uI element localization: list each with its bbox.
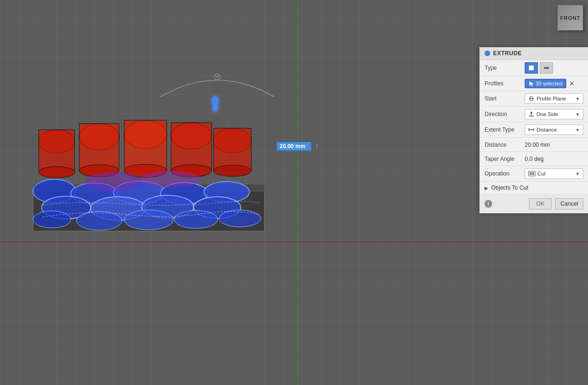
- profiles-clear-button[interactable]: ✕: [568, 80, 576, 87]
- type-control: [525, 62, 583, 74]
- taper-angle-control: 0.0 deg: [525, 156, 583, 162]
- svg-marker-40: [530, 111, 533, 113]
- 3d-object-svg: [28, 80, 274, 241]
- taper-angle-label: Taper Angle: [485, 156, 525, 162]
- svg-point-16: [213, 165, 251, 176]
- svg-rect-3: [39, 130, 75, 172]
- svg-point-29: [174, 210, 218, 228]
- distance-label-container[interactable]: 20.00 mm ⋮: [276, 142, 320, 151]
- svg-point-32: [139, 171, 201, 188]
- distance-menu-dots[interactable]: ⋮: [314, 142, 320, 150]
- direction-label: Direction: [485, 111, 525, 117]
- start-row: Start Profile Plane ▼: [480, 91, 588, 107]
- solid-icon: [528, 65, 535, 71]
- svg-rect-35: [529, 66, 534, 70]
- profile-plane-icon: [528, 95, 535, 102]
- type-label: Type: [485, 65, 525, 71]
- panel-header-icon: [485, 50, 490, 56]
- objects-to-cut-row[interactable]: ▶ Objects To Cut: [480, 182, 588, 194]
- direction-dropdown-arrow: ▼: [575, 112, 580, 117]
- panel-footer: i OK Cancel: [480, 194, 588, 213]
- operation-row: Operation Cut ▼: [480, 166, 588, 182]
- cut-icon: [528, 170, 536, 177]
- extent-type-control: Distance ▼: [525, 125, 583, 135]
- svg-rect-15: [213, 128, 251, 171]
- svg-point-34: [216, 76, 218, 78]
- extent-type-row: Extent Type Distance ▼: [480, 122, 588, 138]
- objects-to-cut-label: Objects To Cut: [491, 184, 528, 191]
- start-control: Profile Plane ▼: [525, 93, 583, 104]
- svg-point-28: [124, 210, 173, 230]
- svg-point-30: [219, 210, 261, 227]
- distance-value[interactable]: 20.00 mm: [525, 142, 550, 148]
- nav-cube-face[interactable]: FRONT: [557, 5, 583, 31]
- operation-label: Operation: [485, 170, 525, 177]
- info-icon[interactable]: i: [485, 200, 492, 208]
- type-row: Type: [480, 60, 588, 76]
- operation-value: Cut: [537, 171, 545, 176]
- start-dropdown[interactable]: Profile Plane ▼: [525, 93, 583, 104]
- extent-type-dropdown-arrow: ▼: [575, 127, 580, 133]
- distance-input[interactable]: 20.00 mm: [276, 142, 312, 151]
- thin-icon: [543, 65, 550, 71]
- horizontal-axis: [0, 242, 588, 242]
- nav-cube[interactable]: Z FRONT: [555, 2, 586, 33]
- cancel-button[interactable]: Cancel: [555, 198, 583, 209]
- start-dropdown-arrow: ▼: [575, 96, 580, 101]
- svg-point-27: [77, 211, 122, 230]
- start-value: Profile Plane: [537, 96, 566, 101]
- operation-control: Cut ▼: [525, 168, 583, 179]
- svg-rect-46: [530, 173, 534, 175]
- profiles-label: Profiles: [485, 80, 525, 87]
- direction-value: One Side: [537, 111, 558, 117]
- panel-title: EXTRUDE: [493, 50, 522, 57]
- one-side-icon: [528, 111, 535, 117]
- taper-angle-value[interactable]: 0.0 deg: [525, 156, 544, 162]
- extrude-panel: EXTRUDE Type Profiles 30 se: [479, 47, 588, 213]
- type-btn-thin[interactable]: [540, 62, 553, 74]
- direction-row: Direction One Side ▼: [480, 107, 588, 122]
- extent-type-label: Extent Type: [485, 126, 525, 133]
- svg-point-26: [33, 211, 71, 228]
- extent-type-dropdown[interactable]: Distance ▼: [525, 125, 583, 135]
- distance-row: Distance 20.00 mm: [480, 138, 588, 152]
- expand-triangle-icon: ▶: [485, 185, 488, 191]
- panel-header: EXTRUDE: [480, 47, 588, 60]
- start-label: Start: [485, 95, 525, 102]
- cursor-icon: [529, 81, 534, 86]
- distance-row-label: Distance: [485, 142, 525, 148]
- operation-dropdown[interactable]: Cut ▼: [525, 168, 583, 179]
- distance-icon: [528, 126, 535, 133]
- vertical-axis: [298, 0, 298, 385]
- svg-point-31: [85, 172, 142, 191]
- svg-rect-9: [124, 120, 167, 171]
- svg-point-4: [39, 167, 75, 178]
- profiles-count: 30 selected: [536, 81, 562, 86]
- type-btn-solid[interactable]: [525, 62, 538, 74]
- taper-angle-row: Taper Angle 0.0 deg: [480, 152, 588, 166]
- direction-dropdown[interactable]: One Side ▼: [525, 109, 583, 119]
- profiles-row: Profiles 30 selected ✕: [480, 76, 588, 91]
- svg-rect-36: [544, 67, 549, 69]
- operation-dropdown-arrow: ▼: [575, 171, 580, 176]
- svg-rect-12: [171, 123, 212, 171]
- extent-type-value: Distance: [537, 127, 557, 133]
- ok-button[interactable]: OK: [529, 198, 551, 209]
- svg-rect-6: [79, 124, 119, 171]
- profiles-select-button[interactable]: 30 selected: [525, 79, 566, 88]
- profiles-control: 30 selected ✕: [525, 79, 583, 88]
- direction-control: One Side ▼: [525, 109, 583, 119]
- distance-row-control: 20.00 mm: [525, 142, 583, 148]
